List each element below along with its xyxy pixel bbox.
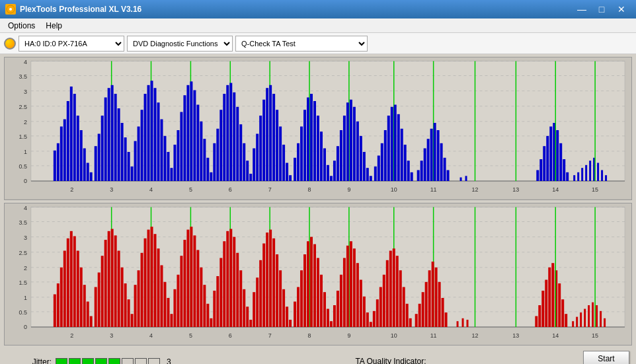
- svg-rect-165: [465, 176, 467, 181]
- svg-rect-224: [60, 267, 63, 326]
- svg-rect-114: [294, 158, 296, 181]
- jitter-row: Jitter: 3: [7, 357, 231, 364]
- svg-rect-296: [282, 289, 285, 326]
- svg-rect-261: [173, 289, 176, 326]
- svg-rect-314: [337, 291, 339, 327]
- function-select[interactable]: DVD Diagnostic Functions: [127, 36, 233, 52]
- svg-rect-316: [343, 258, 346, 327]
- svg-rect-70: [161, 120, 163, 182]
- svg-rect-79: [186, 85, 189, 181]
- svg-rect-257: [163, 281, 166, 326]
- svg-rect-278: [226, 231, 229, 326]
- svg-rect-150: [407, 161, 410, 181]
- svg-rect-271: [206, 303, 209, 326]
- svg-rect-81: [193, 91, 196, 182]
- svg-text:9: 9: [347, 186, 350, 194]
- svg-rect-251: [144, 238, 147, 326]
- svg-rect-275: [216, 276, 219, 327]
- svg-rect-78: [183, 95, 186, 181]
- svg-rect-233: [90, 316, 93, 327]
- svg-text:9: 9: [347, 332, 350, 340]
- svg-rect-282: [239, 270, 242, 327]
- svg-rect-244: [124, 283, 127, 327]
- top-chart: 4 3.5 3 2.5 2 1.5 1 0.5 0 2 3 4 5 6 7 8 …: [5, 57, 631, 200]
- svg-rect-254: [154, 234, 157, 327]
- svg-rect-256: [161, 265, 163, 327]
- svg-rect-356: [541, 291, 544, 327]
- svg-rect-179: [577, 172, 579, 181]
- jitter-label: Jitter:: [7, 357, 52, 364]
- svg-rect-175: [563, 159, 565, 181]
- svg-rect-94: [233, 92, 235, 181]
- svg-rect-47: [90, 172, 93, 181]
- svg-rect-263: [180, 256, 182, 327]
- svg-rect-96: [239, 124, 242, 181]
- svg-text:15: 15: [592, 186, 598, 194]
- svg-rect-322: [363, 296, 366, 326]
- svg-rect-225: [63, 250, 66, 327]
- svg-rect-339: [415, 314, 418, 327]
- svg-text:15: 15: [592, 332, 598, 340]
- svg-rect-50: [98, 134, 100, 182]
- svg-rect-104: [262, 100, 265, 181]
- svg-rect-301: [297, 287, 299, 327]
- minimize-button[interactable]: —: [573, 3, 591, 16]
- drive-select[interactable]: HA:0 ID:0 PX-716A: [19, 36, 124, 52]
- close-button[interactable]: ✕: [612, 3, 631, 16]
- svg-point-1: [9, 8, 12, 11]
- svg-text:13: 13: [512, 332, 519, 340]
- svg-rect-42: [73, 94, 76, 181]
- svg-rect-250: [141, 252, 143, 326]
- svg-rect-235: [95, 287, 97, 327]
- svg-rect-331: [389, 250, 392, 327]
- svg-rect-93: [229, 83, 232, 182]
- svg-rect-295: [279, 270, 282, 327]
- svg-rect-186: [605, 175, 607, 181]
- svg-rect-53: [108, 88, 110, 181]
- metrics-panel: Jitter: 3 Peak Shift:: [7, 357, 231, 364]
- svg-rect-268: [196, 250, 199, 327]
- svg-rect-63: [138, 127, 140, 182]
- svg-text:1: 1: [24, 293, 27, 301]
- menu-options[interactable]: Options: [3, 20, 40, 32]
- svg-rect-69: [157, 102, 160, 181]
- svg-text:4: 4: [24, 57, 27, 65]
- svg-rect-264: [183, 240, 186, 327]
- svg-rect-159: [437, 130, 440, 181]
- svg-rect-132: [350, 100, 352, 181]
- svg-text:2: 2: [70, 332, 73, 340]
- maximize-button[interactable]: □: [592, 3, 611, 16]
- svg-rect-112: [289, 175, 292, 181]
- svg-rect-133: [353, 107, 356, 181]
- svg-rect-358: [548, 267, 551, 326]
- jitter-seg-8: [148, 358, 160, 364]
- test-select[interactable]: Q-Check TA Test: [235, 36, 368, 52]
- svg-rect-231: [83, 285, 86, 327]
- start-button[interactable]: Start: [583, 351, 629, 364]
- svg-rect-120: [313, 101, 316, 181]
- svg-text:2: 2: [24, 118, 27, 126]
- jitter-seg-3: [82, 358, 94, 364]
- svg-rect-58: [124, 137, 127, 181]
- menu-help[interactable]: Help: [40, 20, 67, 32]
- svg-rect-370: [592, 302, 594, 326]
- svg-rect-142: [381, 143, 383, 181]
- svg-rect-185: [601, 170, 603, 182]
- svg-rect-246: [131, 314, 134, 327]
- svg-rect-363: [565, 314, 567, 327]
- svg-rect-329: [383, 274, 385, 326]
- drive-icon: [4, 38, 16, 50]
- svg-text:4: 4: [149, 186, 153, 194]
- svg-rect-83: [200, 122, 202, 181]
- svg-rect-73: [170, 168, 173, 181]
- svg-rect-170: [546, 136, 549, 181]
- svg-rect-269: [200, 267, 202, 326]
- svg-rect-145: [391, 107, 393, 181]
- svg-rect-154: [420, 161, 423, 181]
- svg-text:11: 11: [430, 332, 437, 340]
- ta-label: TA Quality Indicator:: [355, 357, 426, 364]
- svg-rect-148: [401, 129, 403, 181]
- svg-rect-147: [397, 114, 400, 181]
- svg-rect-102: [256, 134, 258, 182]
- svg-rect-138: [370, 176, 372, 181]
